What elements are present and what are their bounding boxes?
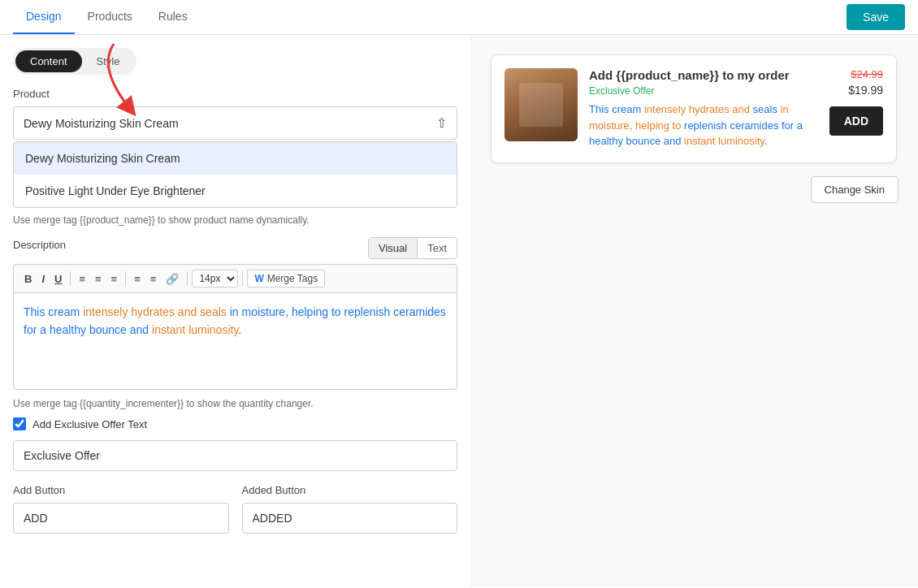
- editor-toolbar: B I U ≡ ≡ ≡ ≡ ≡ 🔗 14px 12px 16px: [13, 264, 457, 292]
- preview-desc: This cream intensely hydrates and seals …: [589, 102, 818, 149]
- right-panel: Add {{product_name}} to my order Exclusi…: [471, 35, 918, 586]
- desc-text: This cream intensely hydrates and seals …: [24, 305, 446, 336]
- content-style-toggle: Content Style: [13, 48, 136, 75]
- merge-tags-btn[interactable]: W Merge Tags: [247, 270, 325, 288]
- toolbar-sep-4: [242, 271, 243, 286]
- product-image-inner: [504, 68, 578, 141]
- preview-highlight-3: instant luminosity: [684, 135, 764, 147]
- align-right-btn[interactable]: ≡: [107, 270, 122, 288]
- desc-header: Description Visual Text: [13, 237, 457, 259]
- button-fields: Add Button Added Button: [13, 484, 457, 534]
- new-price: $19.99: [848, 84, 883, 97]
- added-button-input[interactable]: [242, 503, 458, 534]
- tab-design[interactable]: Design: [13, 0, 75, 34]
- old-price: $24.99: [851, 68, 883, 80]
- align-left-btn[interactable]: ≡: [75, 270, 89, 288]
- product-image: [504, 68, 578, 141]
- description-section: Description Visual Text B I U ≡ ≡ ≡: [13, 237, 457, 390]
- chevron-up-icon: ⇧: [436, 115, 447, 131]
- added-button-label: Added Button: [242, 484, 458, 496]
- preview-exclusive-label: Exclusive Offer: [589, 85, 818, 97]
- top-bar: Design Products Rules Save: [0, 0, 918, 35]
- product-label: Product: [13, 88, 457, 100]
- preview-pricing: $24.99 $19.99 ADD: [829, 68, 883, 136]
- w-icon: W: [254, 273, 263, 284]
- visual-view-btn[interactable]: Visual: [369, 238, 418, 258]
- desc-highlight-1: intensely hydrates and seals: [83, 305, 227, 318]
- font-size-select[interactable]: 14px 12px 16px 18px: [192, 270, 238, 288]
- list-unordered-btn[interactable]: ≡: [130, 270, 145, 288]
- preview-title: Add {{product_name}} to my order: [589, 68, 818, 82]
- product-hint: Use merge tag {{product_name}} to show p…: [13, 214, 457, 226]
- content-toggle-btn[interactable]: Content: [15, 50, 82, 72]
- merge-tags-label: Merge Tags: [267, 273, 318, 284]
- dropdown-item-0[interactable]: Dewy Moisturizing Skin Cream: [14, 142, 457, 175]
- exclusive-offer-input[interactable]: [13, 440, 457, 471]
- list-ordered-btn[interactable]: ≡: [146, 270, 161, 288]
- editor-area[interactable]: This cream intensely hydrates and seals …: [13, 292, 457, 390]
- quantity-hint: Use merge tag {{quantity_incrementer}} t…: [13, 398, 457, 409]
- text-view-btn[interactable]: Text: [418, 238, 457, 258]
- tab-products[interactable]: Products: [75, 0, 145, 34]
- tab-rules[interactable]: Rules: [145, 0, 201, 34]
- italic-btn[interactable]: I: [37, 270, 49, 288]
- align-center-btn[interactable]: ≡: [91, 270, 106, 288]
- change-skin-button[interactable]: Change Skin: [811, 176, 899, 203]
- product-select-wrapper: Dewy Moisturizing Skin Cream ⇧ Dewy Mois…: [13, 106, 457, 208]
- toolbar-sep-1: [70, 271, 71, 286]
- link-btn[interactable]: 🔗: [162, 270, 183, 288]
- tab-group: Design Products Rules: [13, 0, 201, 34]
- desc-highlight-2: instant luminosity: [152, 323, 238, 336]
- preview-highlight-1: intensely hydrates and: [644, 103, 750, 115]
- preview-info: Add {{product_name}} to my order Exclusi…: [589, 68, 818, 149]
- product-select[interactable]: Dewy Moisturizing Skin Cream ⇧: [13, 106, 457, 140]
- toolbar-sep-3: [187, 271, 188, 286]
- style-toggle-btn[interactable]: Style: [82, 50, 135, 72]
- underline-btn[interactable]: U: [50, 270, 66, 288]
- desc-label: Description: [13, 239, 66, 251]
- view-toggle: Visual Text: [368, 237, 457, 259]
- exclusive-offer-row: Add Exclusive Offer Text: [13, 417, 457, 430]
- product-selected-value: Dewy Moisturizing Skin Cream: [24, 117, 179, 130]
- left-panel: Content Style Product Dewy Moisturizing …: [0, 35, 471, 586]
- dropdown-item-1[interactable]: Positive Light Under Eye Brightener: [14, 175, 457, 207]
- exclusive-offer-checkbox-label: Add Exclusive Offer Text: [32, 418, 147, 430]
- add-button-group: Add Button: [13, 484, 229, 534]
- added-button-group: Added Button: [242, 484, 458, 534]
- bold-btn[interactable]: B: [20, 270, 36, 288]
- main-layout: Content Style Product Dewy Moisturizing …: [0, 35, 918, 586]
- toolbar-sep-2: [125, 271, 126, 286]
- exclusive-offer-checkbox[interactable]: [13, 417, 26, 430]
- add-button-input[interactable]: [13, 503, 229, 534]
- add-button-label: Add Button: [13, 484, 229, 496]
- product-section: Product Dewy Moisturizing Skin Cream ⇧ D…: [13, 88, 457, 226]
- save-button[interactable]: Save: [847, 4, 905, 30]
- preview-card: Add {{product_name}} to my order Exclusi…: [491, 54, 897, 163]
- product-dropdown: Dewy Moisturizing Skin Cream Positive Li…: [13, 141, 457, 208]
- add-to-order-button[interactable]: ADD: [829, 106, 883, 136]
